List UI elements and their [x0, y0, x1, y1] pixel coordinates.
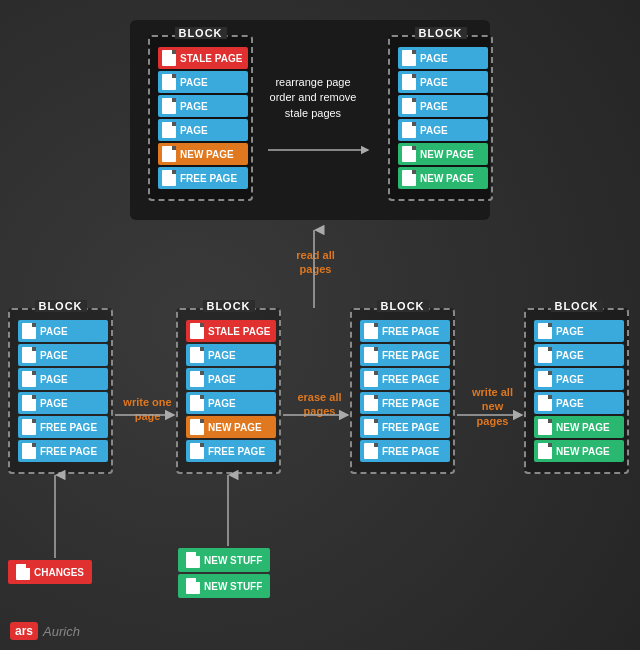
- read-all-pages-label: read all pages: [288, 248, 343, 277]
- list-item: PAGE: [398, 95, 488, 117]
- doc-icon: [190, 395, 204, 411]
- list-item: STALE PAGE: [158, 47, 248, 69]
- newstuff-box-1: NEW STUFF: [178, 548, 270, 572]
- block3: BLOCK FREE PAGE FREE PAGE FREE PAGE FREE…: [350, 308, 455, 474]
- list-item: PAGE: [18, 368, 108, 390]
- doc-icon: [402, 98, 416, 114]
- list-item: PAGE: [18, 344, 108, 366]
- list-item: PAGE: [186, 344, 276, 366]
- erase-all-pages-label: erase all pages: [292, 390, 347, 419]
- top-right-block-label: BLOCK: [414, 27, 466, 39]
- doc-icon: [538, 395, 552, 411]
- list-item: FREE PAGE: [360, 368, 450, 390]
- ars-badge: ars: [10, 622, 38, 640]
- list-item: PAGE: [158, 71, 248, 93]
- list-item: FREE PAGE: [360, 392, 450, 414]
- list-item: NEW PAGE: [398, 167, 488, 189]
- doc-icon: [538, 419, 552, 435]
- list-item: STALE PAGE: [186, 320, 276, 342]
- list-item: NEW PAGE: [534, 440, 624, 462]
- doc-icon: [190, 419, 204, 435]
- write-all-new-pages-label: write all new pages: [465, 385, 520, 428]
- doc-icon: [190, 323, 204, 339]
- watermark: ars Aurich: [10, 622, 80, 640]
- list-item: PAGE: [534, 392, 624, 414]
- doc-icon: [538, 371, 552, 387]
- doc-icon: [538, 323, 552, 339]
- list-item: PAGE: [158, 95, 248, 117]
- list-item: PAGE: [186, 392, 276, 414]
- list-item: PAGE: [534, 344, 624, 366]
- doc-icon: [22, 371, 36, 387]
- top-left-block: BLOCK STALE PAGE PAGE PAGE PAGE NEW PAGE…: [148, 35, 253, 201]
- list-item: PAGE: [18, 320, 108, 342]
- doc-icon: [402, 50, 416, 66]
- doc-icon: [364, 347, 378, 363]
- doc-icon: [22, 419, 36, 435]
- list-item: FREE PAGE: [18, 416, 108, 438]
- block4-label: BLOCK: [550, 300, 602, 312]
- doc-icon: [402, 74, 416, 90]
- doc-icon: [364, 419, 378, 435]
- list-item: FREE PAGE: [360, 344, 450, 366]
- doc-icon: [162, 50, 176, 66]
- doc-icon: [22, 323, 36, 339]
- list-item: FREE PAGE: [360, 416, 450, 438]
- doc-icon: [364, 323, 378, 339]
- doc-icon: [538, 347, 552, 363]
- write-one-page-label: write one page: [120, 395, 175, 424]
- block2: BLOCK STALE PAGE PAGE PAGE PAGE NEW PAGE…: [176, 308, 281, 474]
- list-item: NEW PAGE: [186, 416, 276, 438]
- list-item: PAGE: [398, 71, 488, 93]
- aurich-text: Aurich: [43, 624, 80, 639]
- list-item: FREE PAGE: [18, 440, 108, 462]
- doc-icon: [190, 347, 204, 363]
- top-panel-arrow: [268, 140, 378, 160]
- list-item: PAGE: [18, 392, 108, 414]
- list-item: PAGE: [534, 320, 624, 342]
- doc-icon: [190, 371, 204, 387]
- doc-icon: [538, 443, 552, 459]
- block2-label: BLOCK: [202, 300, 254, 312]
- top-right-block: BLOCK PAGE PAGE PAGE PAGE NEW PAGE NEW P…: [388, 35, 493, 201]
- list-item: FREE PAGE: [158, 167, 248, 189]
- doc-icon: [402, 170, 416, 186]
- list-item: NEW PAGE: [534, 416, 624, 438]
- top-left-block-label: BLOCK: [174, 27, 226, 39]
- doc-icon: [364, 371, 378, 387]
- list-item: NEW PAGE: [158, 143, 248, 165]
- list-item: PAGE: [398, 119, 488, 141]
- list-item: FREE PAGE: [186, 440, 276, 462]
- list-item: FREE PAGE: [360, 440, 450, 462]
- doc-icon: [22, 443, 36, 459]
- list-item: PAGE: [186, 368, 276, 390]
- list-item: PAGE: [534, 368, 624, 390]
- list-item: FREE PAGE: [360, 320, 450, 342]
- block4: BLOCK PAGE PAGE PAGE PAGE NEW PAGE NEW P…: [524, 308, 629, 474]
- newstuff-doc-icon: [186, 552, 200, 568]
- newstuff-box-2: NEW STUFF: [178, 574, 270, 598]
- doc-icon: [22, 347, 36, 363]
- block3-label: BLOCK: [376, 300, 428, 312]
- doc-icon: [364, 395, 378, 411]
- doc-icon: [162, 98, 176, 114]
- block1: BLOCK PAGE PAGE PAGE PAGE FREE PAGE FREE…: [8, 308, 113, 474]
- list-item: PAGE: [158, 119, 248, 141]
- rearrange-label: rearrange page order and remove stale pa…: [268, 75, 358, 121]
- changes-box: CHANGES: [8, 560, 92, 584]
- list-item: PAGE: [398, 47, 488, 69]
- doc-icon: [162, 74, 176, 90]
- doc-icon: [364, 443, 378, 459]
- doc-icon: [402, 146, 416, 162]
- newstuff-doc-icon: [186, 578, 200, 594]
- list-item: NEW PAGE: [398, 143, 488, 165]
- changes-doc-icon: [16, 564, 30, 580]
- doc-icon: [162, 170, 176, 186]
- doc-icon: [22, 395, 36, 411]
- doc-icon: [162, 122, 176, 138]
- doc-icon: [162, 146, 176, 162]
- block1-label: BLOCK: [34, 300, 86, 312]
- doc-icon: [402, 122, 416, 138]
- doc-icon: [190, 443, 204, 459]
